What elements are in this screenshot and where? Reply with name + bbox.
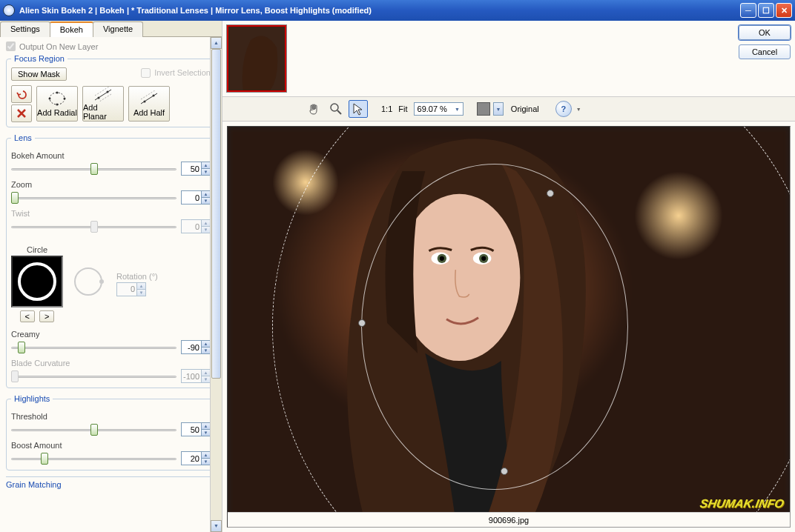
half-icon	[139, 90, 159, 107]
filename-label: 900696.jpg	[489, 516, 529, 525]
focus-handle[interactable]	[501, 468, 508, 475]
blade-curvature-slider	[11, 370, 177, 383]
svg-point-1	[56, 92, 59, 94]
app-icon	[3, 4, 15, 16]
maximize-button[interactable]: ☐	[758, 3, 774, 18]
hand-tool-icon[interactable]	[304, 100, 323, 118]
preview-toolbar: 1:1 Fit 69.07 %▼ ▼ Original ? ▼	[222, 96, 795, 122]
original-label[interactable]: Original	[511, 104, 539, 113]
title-bar: Alien Skin Bokeh 2 | Bokeh | * Tradition…	[0, 0, 795, 21]
ratio-label[interactable]: 1:1	[381, 104, 392, 113]
creamy-label: Creamy	[11, 330, 211, 339]
undo-button[interactable]	[11, 85, 32, 103]
zoom-slider[interactable]	[11, 191, 177, 205]
boost-input[interactable]: ▲▼	[181, 451, 211, 465]
svg-line-5	[95, 90, 111, 100]
twist-input: ▲▼	[181, 219, 211, 233]
svg-line-19	[337, 110, 341, 114]
minimize-button[interactable]: ─	[740, 3, 756, 18]
aperture-prev-button[interactable]: <	[20, 310, 35, 322]
close-button[interactable]: ✕	[776, 3, 792, 18]
highlights-legend: Highlights	[11, 394, 53, 403]
planar-icon	[93, 87, 113, 102]
bokeh-amount-input[interactable]: ▲▼	[181, 162, 211, 176]
creamy-slider[interactable]	[11, 341, 177, 354]
radial-icon	[47, 90, 67, 107]
creamy-input[interactable]: ▲▼	[181, 340, 211, 354]
grain-matching-legend: Grain Matching	[6, 476, 216, 489]
show-mask-button[interactable]: Show Mask	[11, 67, 67, 81]
add-planar-button[interactable]: Add Planar	[82, 86, 124, 122]
thumbnail-preview[interactable]	[227, 25, 286, 92]
svg-point-9	[107, 91, 109, 93]
svg-point-13	[153, 95, 155, 97]
svg-point-8	[98, 97, 100, 99]
add-radial-button[interactable]: Add Radial	[36, 86, 78, 122]
threshold-slider[interactable]	[11, 423, 177, 436]
window-title: Alien Skin Bokeh 2 | Bokeh | * Tradition…	[19, 6, 372, 15]
aperture-shape-label: Circle	[11, 245, 63, 254]
tab-bar: Settings Bokeh Vignette	[0, 21, 222, 37]
tab-bokeh[interactable]: Bokeh	[50, 21, 93, 37]
bokeh-amount-label: Bokeh Amount	[11, 151, 211, 160]
svg-point-2	[64, 98, 66, 100]
svg-point-14	[75, 268, 102, 295]
focus-handle[interactable]	[547, 190, 554, 197]
focus-region-legend: Focus Region	[11, 54, 67, 63]
pointer-tool-icon[interactable]	[349, 100, 368, 118]
image-preview[interactable]: SHUMAK.INFO 900696.jpg	[227, 126, 791, 528]
help-button[interactable]: ?	[555, 101, 572, 117]
zoom-tool-icon[interactable]	[326, 100, 346, 118]
tab-vignette[interactable]: Vignette	[93, 21, 143, 37]
svg-point-15	[99, 279, 104, 284]
twist-label: Twist	[11, 209, 211, 218]
tab-settings[interactable]: Settings	[0, 21, 50, 37]
delete-button[interactable]	[11, 104, 32, 122]
focus-region-group: Focus Region Show Mask Invert Selection	[6, 54, 216, 127]
lens-legend: Lens	[11, 133, 35, 142]
svg-point-12	[144, 101, 146, 103]
add-half-button[interactable]: Add Half	[128, 86, 170, 122]
bokeh-amount-slider[interactable]	[11, 162, 177, 176]
boost-slider[interactable]	[11, 452, 177, 465]
threshold-input[interactable]: ▲▼	[181, 422, 211, 436]
zoom-label: Zoom	[11, 180, 211, 189]
rotation-input: ▲▼	[116, 282, 146, 296]
focus-handle[interactable]	[358, 319, 366, 327]
svg-point-4	[49, 98, 51, 100]
output-new-layer-checkbox[interactable]: Output On New Layer	[6, 41, 216, 51]
watermark: SHUMAK.INFO	[699, 497, 785, 511]
ok-button[interactable]: OK	[739, 25, 791, 40]
zoom-dropdown[interactable]: 69.07 %▼	[414, 102, 464, 116]
fit-label[interactable]: Fit	[398, 104, 407, 113]
preview-panel: OK Cancel 1:1 Fit 69.07 %▼ ▼ Original ? …	[222, 21, 795, 532]
zoom-input[interactable]: ▲▼	[181, 190, 211, 205]
focus-ring-outer[interactable]	[272, 126, 791, 528]
twist-slider	[11, 220, 177, 233]
aperture-next-button[interactable]: >	[39, 310, 54, 322]
settings-panel: Settings Bokeh Vignette Output On New La…	[0, 21, 222, 532]
background-color-swatch[interactable]	[477, 102, 490, 116]
svg-point-18	[331, 104, 338, 111]
lens-group: Lens Bokeh Amount ▲▼ Zoom ▲▼ Twist ▲▼	[6, 133, 216, 388]
help-dropdown-icon[interactable]: ▼	[576, 107, 581, 112]
cancel-button[interactable]: Cancel	[739, 44, 791, 59]
panel-scrollbar[interactable]: ▲ ▼	[210, 37, 222, 532]
status-bar: 900696.jpg	[228, 512, 790, 527]
blade-curvature-label: Blade Curvature	[11, 359, 211, 368]
boost-label: Boost Amount	[11, 441, 211, 450]
svg-point-0	[50, 93, 65, 104]
svg-point-3	[56, 104, 59, 106]
rotation-dial[interactable]	[73, 265, 106, 298]
background-color-dropdown[interactable]: ▼	[493, 102, 504, 116]
rotation-label: Rotation (°)	[116, 272, 158, 281]
blade-curvature-input: ▲▼	[181, 369, 211, 383]
svg-line-10	[141, 93, 157, 104]
aperture-preview	[11, 256, 63, 307]
threshold-label: Threshold	[11, 412, 211, 421]
highlights-group: Highlights Threshold ▲▼ Boost Amount ▲▼	[6, 394, 216, 471]
invert-selection-checkbox[interactable]: Invert Selection	[141, 68, 211, 78]
